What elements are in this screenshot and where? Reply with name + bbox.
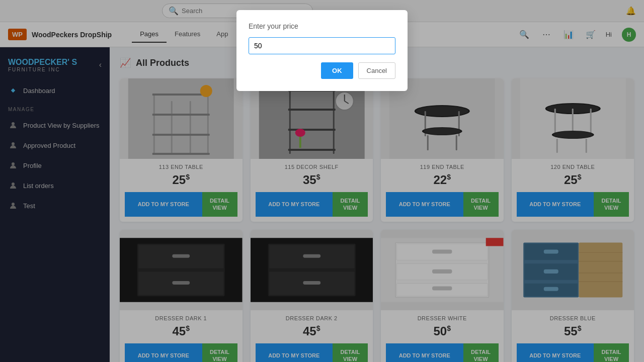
dialog-actions: OK Cancel [249, 62, 395, 79]
dialog-title: Enter your price [249, 22, 395, 30]
dialog-overlay: Enter your price OK Cancel [0, 0, 644, 362]
price-dialog: Enter your price OK Cancel [236, 10, 408, 91]
price-input[interactable] [249, 37, 395, 54]
dialog-cancel-button[interactable]: Cancel [358, 62, 395, 79]
dialog-ok-button[interactable]: OK [321, 62, 353, 79]
